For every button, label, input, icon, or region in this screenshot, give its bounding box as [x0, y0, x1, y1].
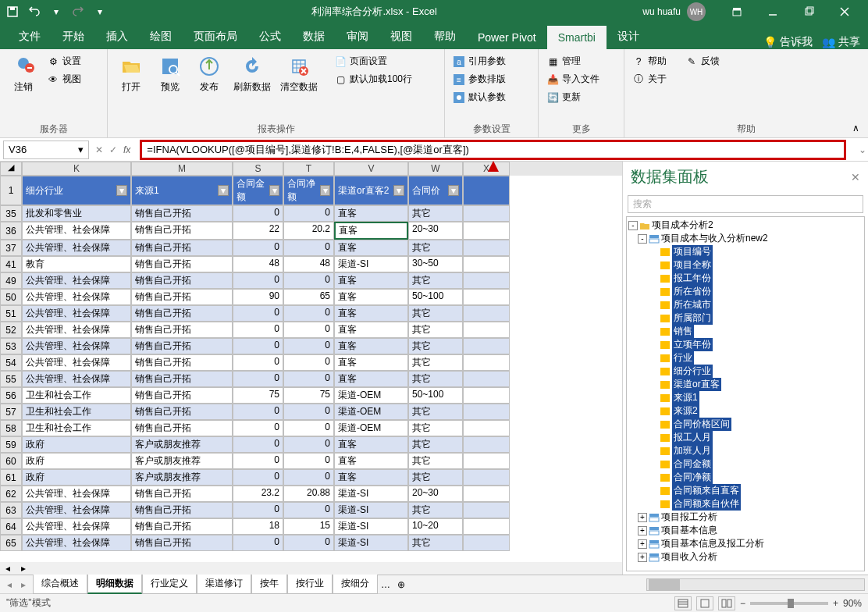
col-header-V[interactable]: V	[334, 162, 408, 176]
cell[interactable]: 0	[233, 322, 283, 338]
cell[interactable]: 0	[233, 371, 283, 387]
restore-icon[interactable]	[792, 1, 826, 23]
tree-item[interactable]: 合同净额	[627, 471, 864, 484]
cell[interactable]: 销售自己开拓	[131, 322, 233, 338]
user-avatar[interactable]: WH	[687, 2, 706, 21]
cell[interactable]: 其它	[408, 354, 463, 371]
row-header[interactable]: 56	[0, 387, 22, 404]
cell[interactable]	[463, 222, 510, 240]
cell[interactable]: 0	[233, 338, 283, 354]
ribbon-tab-文件[interactable]: 文件	[8, 24, 52, 49]
tree-item[interactable]: 所在城市	[627, 298, 864, 311]
cell[interactable]	[463, 387, 510, 404]
th-source[interactable]: 来源1▾	[131, 176, 233, 205]
tree-item[interactable]: 项目编号	[627, 245, 864, 258]
expand-icon[interactable]: +	[638, 553, 647, 562]
col-header-X[interactable]: X	[463, 162, 510, 176]
formula-input[interactable]: =IFNA(VLOOKUP([@项目编号],渠道修订!B:E,4,FALSE),…	[140, 140, 846, 160]
cell[interactable]: 其它	[408, 371, 463, 387]
cell[interactable]: 48	[283, 256, 334, 272]
cell[interactable]: 20.88	[283, 486, 334, 502]
cell[interactable]: 75	[283, 387, 334, 404]
param-sort-button[interactable]: ≡参数排版	[450, 70, 509, 88]
minimize-icon[interactable]	[756, 1, 790, 23]
cell[interactable]: 其它	[408, 420, 463, 436]
tree-item[interactable]: 报工人月	[627, 431, 864, 444]
cell[interactable]: 销售自己开拓	[131, 205, 233, 222]
tree-item[interactable]: -项目成本与收入分析new2	[627, 232, 864, 245]
row-header[interactable]: 53	[0, 338, 22, 354]
cell[interactable]: 50~100	[408, 289, 463, 305]
cell[interactable]: 销售自己开拓	[131, 486, 233, 502]
cell[interactable]: 公共管理、社会保障	[22, 289, 131, 305]
add-sheet-icon[interactable]: ⊕	[393, 579, 409, 590]
tree-item[interactable]: 报工年份	[627, 272, 864, 285]
cell[interactable]: 其它	[408, 305, 463, 322]
cell[interactable]: 20~30	[408, 222, 463, 240]
tree-item[interactable]: 立项年份	[627, 338, 864, 351]
cell[interactable]: 销售自己开拓	[131, 404, 233, 420]
refresh-button[interactable]: 刷新数据	[229, 52, 275, 95]
cell[interactable]: 0	[233, 436, 283, 453]
cell[interactable]: 其它	[408, 338, 463, 354]
sheet-nav-first-icon[interactable]: ◂	[3, 579, 16, 590]
cell[interactable]	[463, 240, 510, 256]
cell[interactable]: 公共管理、社会保障	[22, 535, 131, 551]
cancel-formula-icon[interactable]: ✕	[95, 144, 103, 155]
cell[interactable]: 直客	[334, 272, 408, 289]
cell[interactable]	[463, 205, 510, 222]
cell[interactable]: 销售自己开拓	[131, 305, 233, 322]
cell[interactable]	[463, 272, 510, 289]
th-price[interactable]: 合同价▾	[408, 176, 463, 205]
cell[interactable]: 政府	[22, 436, 131, 453]
cell[interactable]	[463, 305, 510, 322]
tree-item[interactable]: 所在省份	[627, 285, 864, 298]
cell[interactable]: 0	[283, 272, 334, 289]
cell[interactable]: 卫生和社会工作	[22, 420, 131, 436]
cell[interactable]: 其它	[408, 535, 463, 551]
cell[interactable]: 公共管理、社会保障	[22, 272, 131, 289]
th-net[interactable]: 合同净额▾	[283, 176, 334, 205]
cell[interactable]: 30~50	[408, 256, 463, 272]
close-panel-icon[interactable]: ✕	[851, 171, 860, 183]
cell[interactable]: 销售自己开拓	[131, 518, 233, 535]
cell[interactable]: 48	[233, 256, 283, 272]
logout-button[interactable]: 注销	[5, 52, 42, 95]
tree-item[interactable]: +项目基本信息及报工分析	[627, 537, 864, 550]
row-header[interactable]: 49	[0, 272, 22, 289]
cell[interactable]: 渠道-OEM	[334, 387, 408, 404]
cell[interactable]: 公共管理、社会保障	[22, 240, 131, 256]
row-header[interactable]: 41	[0, 256, 22, 272]
ribbon-tab-Smartbi[interactable]: Smartbi	[547, 26, 607, 49]
select-all-cell[interactable]: ◢	[0, 162, 22, 176]
tree-item[interactable]: 行业	[627, 351, 864, 365]
collapse-icon[interactable]: -	[638, 234, 647, 244]
chevron-down-icon[interactable]: ▾	[78, 144, 84, 155]
zoom-in-icon[interactable]: +	[833, 598, 838, 609]
col-header-W[interactable]: W	[408, 162, 463, 176]
update-button[interactable]: 🔄更新	[543, 88, 603, 106]
row-header-1[interactable]: 1	[0, 176, 22, 205]
cell[interactable]: 公共管理、社会保障	[22, 322, 131, 338]
row-header[interactable]: 58	[0, 420, 22, 436]
cell[interactable]: 销售自己开拓	[131, 420, 233, 436]
cell[interactable]: 0	[233, 354, 283, 371]
row-header[interactable]: 61	[0, 469, 22, 486]
ribbon-tab-帮助[interactable]: 帮助	[423, 24, 467, 49]
cell[interactable]	[463, 436, 510, 453]
ribbon-tab-绘图[interactable]: 绘图	[139, 24, 183, 49]
cell[interactable]: 渠道-OEM	[334, 404, 408, 420]
cell[interactable]: 直客	[334, 453, 408, 469]
cell[interactable]: 销售自己开拓	[131, 354, 233, 371]
cell[interactable]: 直客	[334, 289, 408, 305]
cell[interactable]: 直客	[334, 436, 408, 453]
view-button[interactable]: 👁视图	[44, 70, 84, 88]
cell[interactable]: 政府	[22, 469, 131, 486]
cell[interactable]: 批发和零售业	[22, 205, 131, 222]
cell[interactable]: 0	[283, 371, 334, 387]
tree-item[interactable]: 合同金额	[627, 457, 864, 471]
cell[interactable]: 0	[233, 305, 283, 322]
cell[interactable]: 教育	[22, 256, 131, 272]
sheet-tab-明细数据[interactable]: 明细数据	[87, 575, 142, 594]
cell[interactable]: 0	[283, 453, 334, 469]
